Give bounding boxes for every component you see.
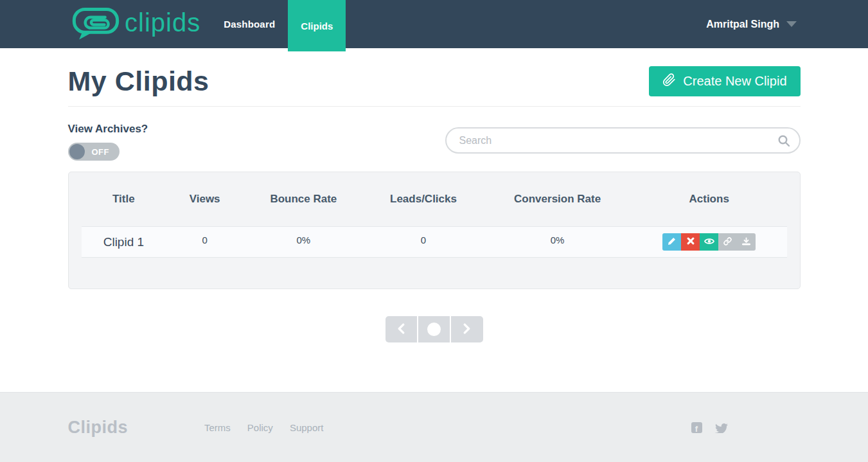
pagination-prev-button[interactable] [385, 316, 418, 342]
view-button[interactable] [700, 233, 718, 251]
section-divider [68, 106, 801, 107]
chevron-down-icon [786, 21, 797, 27]
column-header-views: Views [166, 193, 244, 206]
column-header-leads-clicks: Leads/Clicks [364, 193, 484, 206]
user-menu[interactable]: Amritpal Singh [706, 19, 797, 30]
user-name: Amritpal Singh [706, 19, 779, 30]
row-views: 0 [166, 235, 244, 245]
footer-brand: Clipids [68, 418, 128, 438]
search-icon [777, 134, 790, 150]
chevron-right-icon [463, 323, 471, 336]
archives-control: View Archives? OFF [68, 123, 148, 161]
logo-wordmark: clipids [125, 10, 200, 39]
footer-social: f [691, 422, 728, 433]
toggle-knob [69, 144, 85, 159]
chevron-left-icon [397, 323, 405, 336]
nav-item-clipids-active[interactable]: Clipids [288, 0, 346, 51]
table-header-row: Title Views Bounce Rate Leads/Clicks Con… [82, 172, 787, 226]
create-button-label: Create New Clipid [683, 74, 786, 89]
edit-button[interactable] [662, 233, 681, 251]
current-page-dot-icon [427, 323, 441, 336]
delete-button[interactable] [681, 233, 700, 251]
search-box [445, 127, 801, 154]
delete-x-icon [687, 237, 695, 247]
table-row: Clipid 1 0 0% 0 0% [82, 226, 787, 258]
edit-pencil-icon [668, 237, 676, 247]
footer-link-policy[interactable]: Policy [247, 422, 273, 433]
pagination [385, 316, 483, 342]
row-title: Clipid 1 [82, 235, 166, 249]
footer: Clipids Terms Policy Support f [0, 392, 868, 462]
download-icon [742, 237, 750, 247]
facebook-icon[interactable]: f [691, 422, 702, 433]
column-header-bounce-rate: Bounce Rate [244, 193, 364, 206]
download-button[interactable] [737, 233, 756, 251]
create-new-clipid-button[interactable]: Create New Clipid [649, 66, 800, 96]
column-header-actions: Actions [632, 193, 787, 206]
top-navbar: clipids Dashboard Clipids Amritpal Singh [0, 0, 868, 48]
column-header-title: Title [82, 193, 166, 206]
row-conversion-rate: 0% [483, 235, 632, 245]
clipids-logo[interactable]: clipids [72, 7, 200, 42]
row-actions [632, 233, 787, 251]
archives-toggle[interactable]: OFF [68, 143, 120, 161]
row-bounce-rate: 0% [244, 235, 364, 245]
footer-link-support[interactable]: Support [290, 422, 324, 433]
search-input[interactable] [445, 127, 801, 154]
page-title: My Clipids [68, 66, 209, 97]
link-chain-icon [723, 237, 732, 247]
view-eye-icon [704, 237, 714, 247]
link-button[interactable] [718, 233, 737, 251]
nav-item-dashboard[interactable]: Dashboard [224, 19, 275, 30]
view-archives-label: View Archives? [68, 123, 148, 136]
row-leads-clicks: 0 [364, 235, 484, 245]
clipids-table-panel: Title Views Bounce Rate Leads/Clicks Con… [68, 172, 801, 289]
pagination-next-button[interactable] [451, 316, 483, 342]
footer-links: Terms Policy Support [204, 422, 323, 433]
main-content: My Clipids Create New Clipid View Archiv… [0, 48, 868, 392]
toggle-state-label: OFF [92, 147, 110, 157]
footer-link-terms[interactable]: Terms [204, 422, 231, 433]
speech-bubble-paperclip-icon [72, 7, 120, 42]
column-header-conversion-rate: Conversion Rate [483, 193, 632, 206]
paperclip-icon [662, 73, 676, 90]
pagination-current-page[interactable] [418, 316, 450, 342]
twitter-icon[interactable] [715, 422, 728, 433]
